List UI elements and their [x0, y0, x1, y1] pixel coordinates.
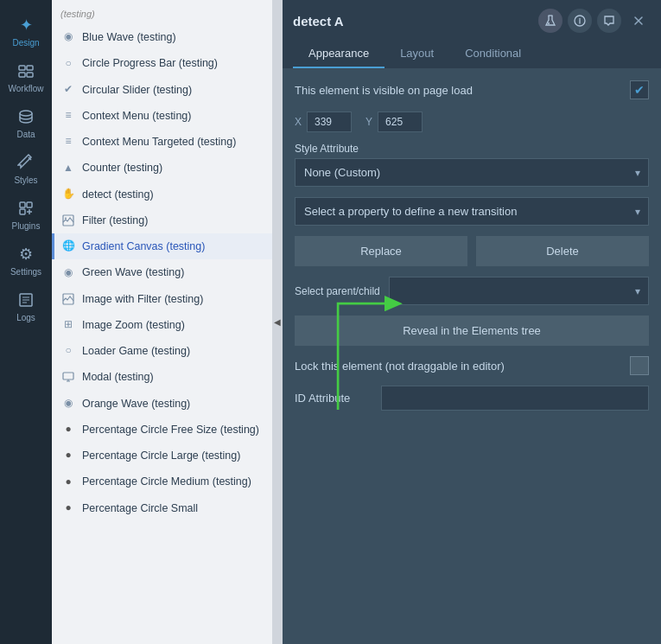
radio-icon: ◉	[61, 397, 75, 411]
btn-row: Replace Delete	[295, 236, 649, 266]
parent-child-select[interactable]	[389, 277, 649, 305]
style-attribute-label: Style Attribute	[295, 143, 649, 155]
transition-dropdown-wrapper: Select a property to define a new transi…	[295, 197, 649, 226]
list-item[interactable]: ◉ Orange Wave (testing)	[52, 391, 272, 417]
list-item[interactable]: Image with Filter (testing)	[52, 286, 272, 312]
sidebar-label-design: Design	[12, 38, 39, 48]
lock-label: Lock this element (not draggable in edit…	[295, 360, 505, 373]
menu-icon: ≡	[61, 135, 75, 149]
panel-header: detect A	[283, 0, 661, 68]
sidebar-item-workflow[interactable]: Workflow	[0, 53, 52, 99]
monitor-icon	[61, 370, 75, 384]
transition-select[interactable]: Select a property to define a new transi…	[295, 197, 649, 226]
x-input[interactable]	[307, 112, 352, 132]
list-item[interactable]: ● Percentage Circle Medium (testing)	[52, 469, 272, 494]
list-item[interactable]: ≡ Context Menu (testing)	[52, 103, 272, 129]
logs-icon	[16, 290, 35, 309]
svg-rect-0	[19, 66, 25, 70]
svg-rect-2	[19, 73, 25, 77]
sidebar-item-plugins[interactable]: Plugins	[0, 190, 52, 236]
list-item[interactable]: ● Percentage Circle Free Size (testing)	[52, 417, 272, 443]
list-item[interactable]: ✔ Circular Slider (testing)	[52, 77, 272, 103]
list-item-gradient-canvas[interactable]: 🌐 Gradient Canvas (testing)	[52, 233, 272, 259]
sidebar-label-styles: Styles	[14, 175, 37, 185]
list-item[interactable]: ✋ detect (testing)	[52, 182, 272, 207]
tab-appearance[interactable]: Appearance	[293, 40, 385, 68]
delete-button[interactable]: Delete	[476, 236, 649, 266]
sidebar-item-design[interactable]: ✦ Design	[0, 7, 52, 53]
list-item[interactable]: Modal (testing)	[52, 364, 272, 390]
radio-icon: ◉	[61, 265, 75, 279]
list-item[interactable]: ○ Loader Game (testing)	[52, 338, 272, 364]
comment-button[interactable]	[597, 9, 621, 33]
list-item[interactable]: ◉ Green Wave (testing)	[52, 259, 272, 285]
style-attribute-dropdown-wrapper: None (Custom)	[295, 158, 649, 187]
y-group: Y	[365, 112, 423, 132]
sidebar-label-data: Data	[16, 130, 35, 139]
dot-icon: ●	[61, 475, 75, 488]
y-label: Y	[365, 116, 372, 128]
right-panel: detect A	[283, 0, 661, 644]
lock-checkbox[interactable]	[630, 356, 649, 375]
panel-header-icons	[538, 9, 651, 33]
list-item[interactable]: ● Percentage Circle Small	[52, 495, 272, 521]
styles-icon	[16, 153, 35, 172]
dot-icon: ●	[61, 423, 75, 437]
tab-conditional[interactable]: Conditional	[449, 40, 537, 68]
hand-icon: ✋	[61, 188, 75, 201]
grid-icon: ⊞	[61, 318, 75, 332]
svg-rect-12	[63, 373, 73, 379]
visible-row: This element is visible on page load ✔	[295, 80, 649, 99]
parent-child-dropdown-wrapper	[389, 277, 649, 305]
sidebar-label-logs: Logs	[16, 313, 35, 322]
settings-icon: ⚙	[16, 245, 35, 264]
close-button[interactable]	[626, 9, 651, 33]
svg-point-4	[20, 111, 32, 116]
svg-rect-7	[20, 209, 25, 214]
flask-button[interactable]	[538, 9, 562, 33]
data-icon	[16, 107, 35, 126]
style-attribute-section: Style Attribute None (Custom)	[295, 143, 649, 187]
svg-rect-6	[27, 202, 32, 207]
parent-child-row: Select parent/child	[295, 277, 649, 305]
globe-icon: 🌐	[61, 239, 75, 253]
list-item[interactable]: ○ Circle Progress Bar (testing)	[52, 50, 272, 76]
panel-body: This element is visible on page load ✔ X…	[283, 68, 661, 644]
list-item[interactable]: ≡ Context Menu Targeted (testing)	[52, 129, 272, 155]
svg-point-10	[65, 217, 67, 219]
svg-rect-3	[27, 73, 33, 77]
panel-title: detect A	[293, 14, 344, 29]
style-attribute-select[interactable]: None (Custom)	[295, 158, 649, 187]
svg-rect-5	[20, 202, 25, 207]
sidebar-item-settings[interactable]: ⚙ Settings	[0, 236, 52, 282]
y-input[interactable]	[378, 112, 423, 132]
sidebar-label-settings: Settings	[10, 267, 41, 277]
sidebar-item-styles[interactable]: Styles	[0, 144, 52, 190]
reveal-button[interactable]: Reveal in the Elements tree	[295, 316, 649, 346]
check-icon: ✔	[61, 83, 75, 97]
info-button[interactable]	[568, 9, 592, 33]
list-item[interactable]: ⊞ Image Zoom (testing)	[52, 312, 272, 338]
list-item[interactable]: ◉ Blue Wave (testing)	[52, 24, 272, 50]
menu-icon: ≡	[61, 109, 75, 123]
sidebar-item-data[interactable]: Data	[0, 99, 52, 144]
visible-checkbox[interactable]: ✔	[630, 80, 649, 99]
sidebar-item-logs[interactable]: Logs	[0, 282, 52, 328]
collapse-handle[interactable]: ◀	[272, 0, 283, 644]
tab-layout[interactable]: Layout	[385, 40, 449, 68]
sidebar-label-workflow: Workflow	[9, 84, 44, 93]
workflow-icon	[16, 61, 35, 80]
image-icon	[61, 214, 75, 227]
replace-button[interactable]: Replace	[295, 236, 467, 266]
id-attribute-input[interactable]	[381, 386, 649, 411]
list-item[interactable]: Filter (testing)	[52, 207, 272, 233]
plugin-list-top-text: (testing)	[52, 3, 272, 24]
radio-icon: ◉	[61, 30, 75, 44]
list-item[interactable]: ▲ Counter (testing)	[52, 155, 272, 181]
panel-title-row: detect A	[293, 9, 651, 33]
sidebar: ✦ Design Workflow Data	[0, 0, 52, 644]
circle-icon: ○	[61, 344, 75, 358]
list-item[interactable]: ● Percentage Circle Large (testing)	[52, 443, 272, 469]
plugin-list: (testing) ◉ Blue Wave (testing) ○ Circle…	[52, 0, 272, 644]
id-attribute-label: ID Attribute	[295, 392, 372, 405]
